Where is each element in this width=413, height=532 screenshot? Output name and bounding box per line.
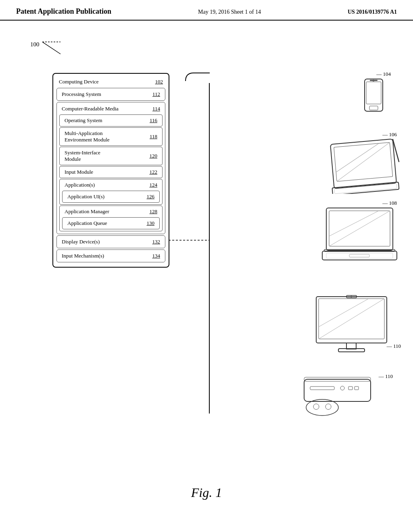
processing-system-box: Processing System 112 xyxy=(56,88,165,101)
svg-point-30 xyxy=(350,296,352,297)
main-content: 100 Computing Device 102 Processing Syst… xyxy=(0,21,413,512)
page-header: Patent Application Publication May 19, 2… xyxy=(0,0,413,21)
os-box: Operating System 116 xyxy=(59,114,163,127)
maem-ref: 118 xyxy=(150,133,157,140)
svg-rect-27 xyxy=(346,343,356,349)
svg-point-39 xyxy=(325,404,331,409)
app-manager-ref: 128 xyxy=(150,208,158,215)
input-mechanism-label: Input Mechanism(s) xyxy=(62,253,152,259)
bracket-top xyxy=(181,71,214,83)
publication-info: May 19, 2016 Sheet 1 of 14 xyxy=(198,9,261,15)
svg-rect-22 xyxy=(349,254,369,257)
tablet-svg xyxy=(328,137,401,194)
svg-rect-32 xyxy=(310,387,334,390)
svg-line-0 xyxy=(42,42,60,54)
svg-line-25 xyxy=(319,299,384,339)
svg-rect-7 xyxy=(370,80,378,81)
svg-rect-4 xyxy=(366,82,381,104)
os-ref: 116 xyxy=(150,117,157,124)
os-label: Operating System xyxy=(65,117,150,124)
connector-line xyxy=(169,234,213,246)
display-device-ref: 132 xyxy=(152,239,161,245)
ref-100-arrow xyxy=(42,39,75,55)
monitor-svg xyxy=(312,295,393,355)
processing-system-label: Processing System xyxy=(62,91,152,98)
computing-device-row: Computing Device 102 xyxy=(56,77,165,87)
crm-group: Computer-Readable Media 114 Operating Sy… xyxy=(56,102,165,234)
display-device-label: Display Device(s) xyxy=(62,239,152,245)
svg-rect-35 xyxy=(355,387,359,390)
display-device-box: Display Device(s) 132 xyxy=(56,235,165,248)
input-module-box: Input Module 122 xyxy=(59,166,163,178)
sim-label: System-InterfaceModule xyxy=(65,150,150,162)
input-mechanism-box: Input Mechanism(s) 134 xyxy=(56,249,165,262)
svg-rect-15 xyxy=(326,208,393,250)
app-manager-label: Application Manager xyxy=(65,208,150,215)
svg-line-11 xyxy=(334,143,381,172)
computing-device-label: Computing Device xyxy=(59,79,155,85)
publication-number: US 2016/0139776 A1 xyxy=(348,9,397,15)
svg-line-18 xyxy=(329,211,379,236)
phone-svg xyxy=(357,77,389,129)
sim-ref: 120 xyxy=(150,153,158,159)
device-monitor: — 110 xyxy=(312,295,393,357)
applications-label: Application(s) xyxy=(65,182,150,188)
console-svg xyxy=(300,371,381,420)
ref-100-label: 100 xyxy=(30,41,40,48)
svg-rect-21 xyxy=(326,253,393,258)
svg-rect-20 xyxy=(322,251,397,260)
figure-label: Fig. 1 xyxy=(191,485,222,500)
svg-line-10 xyxy=(334,142,393,181)
input-module-label: Input Module xyxy=(65,169,150,175)
applications-ref: 124 xyxy=(150,182,158,188)
svg-rect-5 xyxy=(369,106,378,110)
crm-ref: 114 xyxy=(152,106,160,112)
device-laptop: — 108 xyxy=(320,206,401,264)
processing-system-ref: 112 xyxy=(152,91,160,98)
app-queue-ref: 130 xyxy=(147,220,155,227)
maem-label: Multi-ApplicationEnvironment Module xyxy=(65,130,150,143)
device-phone: — 104 xyxy=(357,77,389,131)
app-ui-box: Application UI(s) 126 xyxy=(62,191,160,203)
svg-rect-31 xyxy=(304,379,371,401)
svg-point-33 xyxy=(340,386,344,390)
input-mechanism-ref: 134 xyxy=(152,253,161,259)
app-queue-box: Application Queue 130 xyxy=(62,217,160,229)
computing-device-ref: 102 xyxy=(155,79,163,85)
app-ui-label: Application UI(s) xyxy=(67,193,147,200)
svg-line-17 xyxy=(329,211,390,246)
app-ui-ref: 126 xyxy=(147,193,155,200)
input-module-ref: 122 xyxy=(150,169,158,175)
svg-point-38 xyxy=(313,404,319,409)
publication-title: Patent Application Publication xyxy=(16,7,111,16)
sim-box: System-InterfaceModule 120 xyxy=(59,147,163,165)
crm-label: Computer-Readable Media xyxy=(62,106,152,112)
computing-device-box: Computing Device 102 Processing System 1… xyxy=(52,73,169,268)
laptop-svg xyxy=(320,206,401,262)
app-queue-label: Application Queue xyxy=(67,220,147,227)
vertical-divider xyxy=(209,83,210,414)
svg-rect-3 xyxy=(365,79,383,111)
maem-box: Multi-ApplicationEnvironment Module 118 xyxy=(59,127,163,146)
applications-group: Application(s) 124 Application UI(s) 126 xyxy=(59,179,163,205)
device-console: — 110 xyxy=(300,371,381,421)
svg-rect-34 xyxy=(348,387,353,390)
app-manager-group: Application Manager 128 Application Queu… xyxy=(59,206,163,231)
device-tablet: — 106 xyxy=(328,137,401,195)
